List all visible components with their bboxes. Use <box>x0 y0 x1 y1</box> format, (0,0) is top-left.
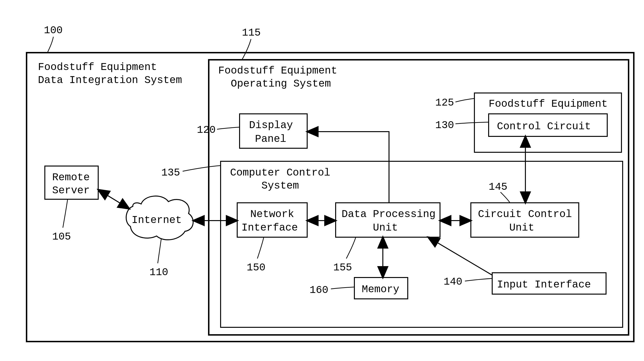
leader-145 <box>500 192 510 203</box>
leader-135 <box>183 166 220 171</box>
leader-100 <box>48 37 53 53</box>
leader-160 <box>331 287 354 289</box>
ccu-l1: Circuit Control <box>478 208 572 220</box>
ref-160: 160 <box>310 284 328 296</box>
equip-title: Foodstuff Equipment <box>489 98 608 110</box>
leader-140 <box>465 278 492 281</box>
input-label: Input Interface <box>497 279 591 290</box>
opsys-title-line2: Operating System <box>218 78 331 90</box>
leader-115 <box>242 39 251 60</box>
control-circuit-label: Control Circuit <box>497 120 591 132</box>
conn-remote-internet <box>98 190 129 209</box>
ref-125: 125 <box>435 97 454 109</box>
leader-130 <box>456 122 489 124</box>
leader-110 <box>158 238 161 263</box>
conn-input-dpu <box>428 237 492 275</box>
outer-title-line2: Data Integration System <box>38 74 182 86</box>
net-l2: Interface <box>242 222 298 234</box>
display-l1: Display <box>249 119 293 131</box>
remote-l2: Server <box>52 184 90 196</box>
ref-135: 135 <box>161 167 180 178</box>
display-l2: Panel <box>255 133 286 145</box>
leader-120 <box>217 127 240 129</box>
leader-150 <box>257 237 264 258</box>
memory-label: Memory <box>362 284 399 295</box>
ref-110: 110 <box>150 266 168 278</box>
ccs-l1: Computer Control <box>230 167 330 178</box>
leader-125 <box>456 98 474 102</box>
leader-105 <box>63 199 68 228</box>
ref-145: 145 <box>489 181 507 193</box>
ref-150: 150 <box>247 262 266 274</box>
outer-system-box <box>26 53 634 342</box>
dpu-l2: Unit <box>342 222 398 234</box>
leader-155 <box>346 237 356 258</box>
ref-115: 115 <box>242 27 261 39</box>
ref-130: 130 <box>435 119 454 131</box>
remote-l1: Remote <box>52 172 90 183</box>
ref-100: 100 <box>44 24 62 36</box>
net-l1: Network <box>250 208 294 220</box>
ref-120: 120 <box>197 124 216 136</box>
outer-title-line1: Foodstuff Equipment <box>38 61 157 73</box>
ref-155: 155 <box>333 262 352 274</box>
ccs-l2: System <box>230 180 299 192</box>
ref-140: 140 <box>444 276 462 288</box>
opsys-title-line1: Foodstuff Equipment <box>218 65 337 76</box>
internet-label: Internet <box>132 214 182 226</box>
dpu-l1: Data Processing <box>342 208 436 220</box>
ccu-l2: Unit <box>478 222 534 234</box>
ref-105: 105 <box>52 231 71 243</box>
